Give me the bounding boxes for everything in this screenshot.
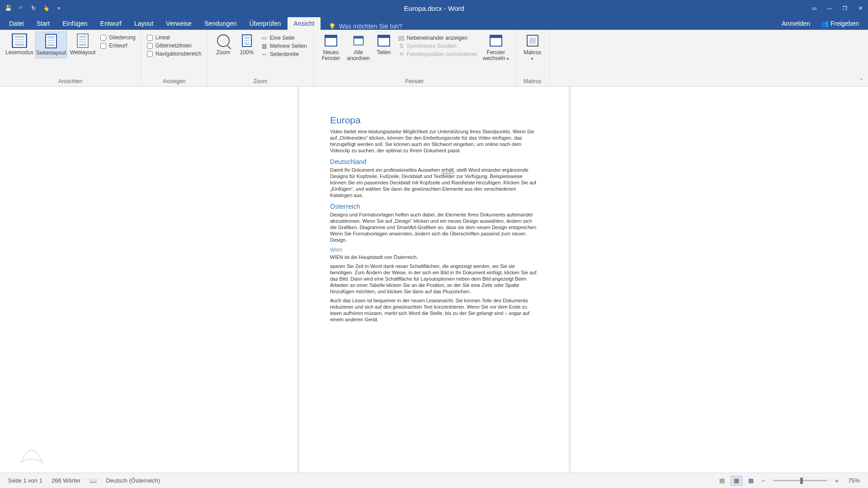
zoom-in-button[interactable]: + xyxy=(833,477,841,484)
redo-icon[interactable]: ↻ xyxy=(29,4,38,13)
document-area[interactable]: ⟊ Europa Video bietet eine leistungsstar… xyxy=(0,87,868,473)
status-bar: Seite 1 von 1 266 Wörter 📖 Deutsch (Öste… xyxy=(0,473,868,488)
tab-ueberpruefen[interactable]: Überprüfen xyxy=(243,17,288,30)
proofing-icon[interactable]: 📖 xyxy=(85,477,101,484)
group-fenster: Neues Fenster Alle anordnen Teilen ▯▯Neb… xyxy=(314,30,516,86)
entwurf-checkbox[interactable]: Entwurf xyxy=(100,42,136,49)
share-icon: 👥 xyxy=(821,20,829,27)
group-label-makros: Makros xyxy=(519,77,546,85)
heading-1[interactable]: Europa xyxy=(330,115,538,126)
tab-sendungen[interactable]: Sendungen xyxy=(198,17,243,30)
web-layout-view-icon[interactable]: ▩ xyxy=(745,476,757,486)
mehrere-seiten-button[interactable]: ▥Mehrere Seiten xyxy=(260,42,308,50)
new-window-icon xyxy=(324,33,338,48)
tab-file[interactable]: Datei xyxy=(3,17,30,30)
paragraph[interactable]: Designs und Formatvorlagen helfen auch d… xyxy=(330,211,538,243)
tell-me-search[interactable]: 💡 Was möchten Sie tun? xyxy=(321,23,402,30)
zoom-button[interactable]: Zoom xyxy=(211,32,236,57)
chevron-down-icon: ▾ xyxy=(531,56,533,61)
lightbulb-icon: 💡 xyxy=(329,23,336,30)
window-title: Europa.docx - Word xyxy=(404,5,464,12)
print-layout-view-icon[interactable]: ▦ xyxy=(731,476,742,486)
heading-2[interactable]: Deutschland xyxy=(330,158,538,165)
zoom-level[interactable]: 75% xyxy=(844,477,864,484)
teilen-button[interactable]: Teilen xyxy=(373,32,395,57)
zoom-icon xyxy=(216,33,231,48)
switch-windows-icon xyxy=(489,33,503,48)
signin-button[interactable]: Anmelden xyxy=(777,17,815,30)
group-label-anzeigen: Anzeigen xyxy=(145,77,203,85)
makros-button[interactable]: Makros▾ xyxy=(519,32,546,64)
read-mode-view-icon[interactable]: ▤ xyxy=(716,476,728,486)
navigationsbereich-checkbox[interactable]: Navigationsbereich xyxy=(147,51,202,57)
group-label-zoom: Zoom xyxy=(211,77,310,85)
chevron-down-icon: ▾ xyxy=(507,56,509,61)
alle-anordnen-button[interactable]: Alle anordnen xyxy=(344,32,373,63)
page[interactable]: ⟊ Europa Video bietet eine leistungsstar… xyxy=(299,87,569,473)
group-zoom: Zoom 100% ▭Eine Seite ▥Mehrere Seiten ↔S… xyxy=(208,30,314,86)
undo-icon[interactable]: ↶ xyxy=(16,4,25,13)
side-by-side-icon: ▯▯ xyxy=(398,35,405,41)
gliederung-checkbox[interactable]: Gliederung xyxy=(100,34,136,41)
tab-start[interactable]: Start xyxy=(30,17,57,30)
arrange-all-icon xyxy=(351,33,366,48)
word-count[interactable]: 266 Wörter xyxy=(47,477,85,484)
tell-me-placeholder: Was möchten Sie tun? xyxy=(339,23,402,30)
window-controls: ▭ — ❐ ✕ xyxy=(807,2,868,14)
page-indicator[interactable]: Seite 1 von 1 xyxy=(4,477,47,484)
weblayout-button[interactable]: Weblayout xyxy=(67,32,99,57)
fenster-wechseln-button[interactable]: Fenster wechseln ▾ xyxy=(480,32,512,64)
paragraph[interactable]: Auch das Lesen ist bequemer in der neuen… xyxy=(330,297,538,323)
spelling-error[interactable]: erhält xyxy=(441,167,454,173)
zoom-slider[interactable] xyxy=(773,480,827,481)
zoom-out-button[interactable]: − xyxy=(760,477,768,484)
collapse-ribbon-icon[interactable]: ⌃ xyxy=(859,78,863,84)
print-layout-icon xyxy=(44,34,58,48)
one-page-icon: ▭ xyxy=(261,35,268,41)
neues-fenster-button[interactable]: Neues Fenster xyxy=(317,32,344,63)
quick-access-toolbar: 💾 ↶ ↻ 👆 ▾ xyxy=(0,4,63,13)
lesemodus-button[interactable]: Lesemodus xyxy=(4,32,35,57)
group-label-fenster: Fenster xyxy=(317,77,512,85)
ribbon: Lesemodus Seitenlayout Weblayout Glieder… xyxy=(0,30,868,87)
language-indicator[interactable]: Deutsch (Österreich) xyxy=(101,477,165,484)
watermark-logo-icon xyxy=(14,434,50,470)
minimize-icon[interactable]: — xyxy=(822,2,837,14)
tab-einfuegen[interactable]: Einfügen xyxy=(56,17,94,30)
macros-icon xyxy=(525,33,540,48)
paragraph[interactable]: sparen Sie Zeit in Word dank neuer Schal… xyxy=(330,263,538,295)
paragraph[interactable]: Video bietet eine leistungsstarke Möglic… xyxy=(330,128,538,154)
paragraph[interactable]: WIEN ist die Hauptstadt von Österreich. xyxy=(330,254,538,260)
ribbon-display-icon[interactable]: ▭ xyxy=(807,2,822,14)
synchrones-scrollen-button: ⇅Synchrones Scrollen xyxy=(397,42,478,50)
heading-2[interactable]: Österreich xyxy=(330,203,538,210)
group-ansichten: Lesemodus Seitenlayout Weblayout Glieder… xyxy=(0,30,142,86)
maximize-icon[interactable]: ❐ xyxy=(837,2,853,14)
ribbon-tabs: Datei Start Einfügen Entwurf Layout Verw… xyxy=(0,16,868,30)
multi-page-icon: ▥ xyxy=(261,43,268,49)
eine-seite-button[interactable]: ▭Eine Seite xyxy=(260,34,308,42)
sync-scroll-icon: ⇅ xyxy=(398,43,405,49)
paragraph[interactable]: Damit Ihr Dokument ein professionelles A… xyxy=(330,167,538,198)
close-icon[interactable]: ✕ xyxy=(853,2,868,14)
save-icon[interactable]: 💾 xyxy=(4,4,13,13)
gitternetzlinien-checkbox[interactable]: Gitternetzlinien xyxy=(147,42,202,49)
tab-layout[interactable]: Layout xyxy=(128,17,160,30)
touch-mode-icon[interactable]: 👆 xyxy=(42,4,51,13)
fensterposition-button: ⟲Fensterposition zurücksetzen xyxy=(397,51,478,58)
qat-dropdown-icon[interactable]: ▾ xyxy=(54,4,63,13)
tab-verweise[interactable]: Verweise xyxy=(160,17,198,30)
nebeneinander-button[interactable]: ▯▯Nebeneinander anzeigen xyxy=(397,34,478,42)
heading-3[interactable]: Wien xyxy=(330,247,538,253)
zoom-100-button[interactable]: 100% xyxy=(236,32,258,57)
page-width-icon: ↔ xyxy=(261,51,268,57)
seitenlayout-button[interactable]: Seitenlayout xyxy=(35,32,67,58)
split-icon xyxy=(377,33,391,48)
tab-entwurf[interactable]: Entwurf xyxy=(94,17,128,30)
seitenbreite-button[interactable]: ↔Seitenbreite xyxy=(260,51,308,58)
share-button[interactable]: 👥Freigeben xyxy=(816,17,863,30)
group-makros: Makros▾ Makros xyxy=(516,30,550,86)
reset-position-icon: ⟲ xyxy=(398,51,405,57)
lineal-checkbox[interactable]: Lineal xyxy=(147,34,202,41)
tab-ansicht[interactable]: Ansicht xyxy=(288,17,321,30)
